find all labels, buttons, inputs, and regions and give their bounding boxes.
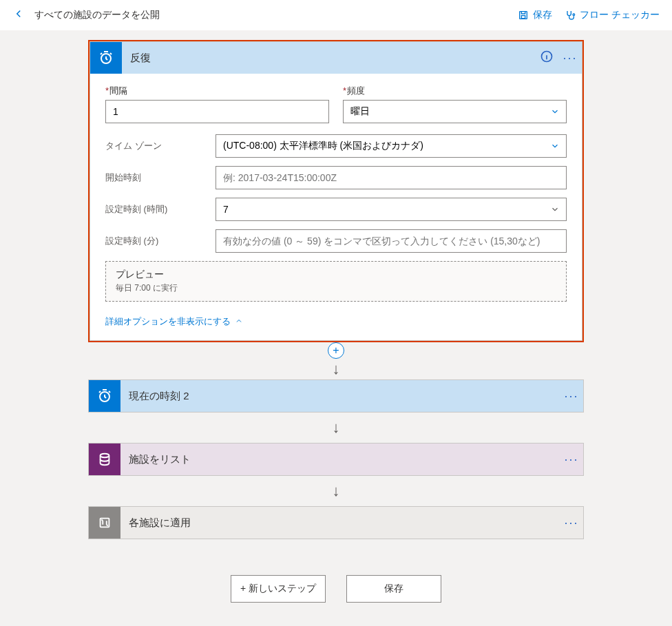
more-icon[interactable]: ··· [560,516,583,530]
preview-text: 毎日 7:00 に実行 [116,282,556,294]
connector: + ↓ [88,342,584,379]
add-step-button[interactable]: + [328,342,344,359]
frequency-label: 頻度 [343,85,567,97]
save-label: 保存 [533,9,552,21]
chevron-up-icon [235,317,243,327]
timezone-select[interactable] [216,134,567,158]
more-icon[interactable]: ··· [560,389,583,404]
recurrence-header[interactable]: 反復 ··· [90,42,582,74]
recurrence-card: 反復 ··· 間隔 頻度 [90,41,582,341]
interval-input[interactable] [105,100,329,123]
arrow-down-icon: ↓ [333,419,340,437]
loop-icon [89,507,120,539]
preview-box: プレビュー 毎日 7:00 に実行 [105,261,567,302]
flow-checker-button[interactable]: フロー チェッカー [565,9,660,21]
minutes-label: 設定時刻 (分) [105,235,216,247]
more-icon[interactable]: ··· [560,452,583,467]
adv-label: 詳細オプションを非表示にする [105,315,231,328]
clock-icon [90,42,122,74]
stethoscope-icon [565,10,576,21]
interval-label: 間隔 [105,85,329,97]
database-icon [89,444,120,475]
start-time-label: 開始時刻 [105,171,216,184]
svg-rect-1 [521,16,525,19]
svg-point-2 [573,14,575,16]
save-button[interactable]: 保存 [518,9,552,21]
new-step-button[interactable]: + 新しいステップ [231,575,326,603]
hours-label: 設定時刻 (時間) [105,203,216,216]
arrow-down-icon: ↓ [333,482,340,500]
hide-advanced-link[interactable]: 詳細オプションを非表示にする [105,315,243,328]
footer-buttons: + 新しいステップ 保存 [88,575,584,603]
current-time-title: 現在の時刻 2 [129,390,560,403]
info-icon[interactable] [535,50,558,67]
save-icon [518,10,529,21]
apply-each-card[interactable]: 各施設に適用 ··· [88,506,584,539]
more-icon[interactable]: ··· [558,51,582,65]
arrow-down-icon: ↓ [333,360,340,378]
recurrence-title: 反復 [130,52,535,65]
start-time-input[interactable] [216,166,567,189]
svg-point-6 [101,454,109,458]
apply-each-title: 各施設に適用 [129,517,560,530]
minutes-input[interactable] [216,229,567,253]
list-facilities-title: 施設をリスト [129,453,560,466]
flow-canvas: 反復 ··· 間隔 頻度 [0,30,672,623]
checker-label: フロー チェッカー [580,9,660,21]
recurrence-body: 間隔 頻度 タイム ゾーン [90,74,582,340]
timezone-label: タイム ゾーン [105,140,216,152]
highlighted-step: 反復 ··· 間隔 頻度 [88,40,584,342]
current-time-card[interactable]: 現在の時刻 2 ··· [88,379,584,413]
footer-save-button[interactable]: 保存 [346,575,441,603]
hours-select[interactable] [216,198,567,221]
topbar: すべての施設のデータを公開 保存 フロー チェッカー [0,0,672,30]
clock-icon [89,380,120,412]
page-title: すべての施設のデータを公開 [34,9,505,21]
preview-title: プレビュー [116,269,556,281]
back-arrow-icon[interactable] [12,8,25,23]
frequency-select[interactable] [343,100,567,123]
list-facilities-card[interactable]: 施設をリスト ··· [88,443,584,476]
